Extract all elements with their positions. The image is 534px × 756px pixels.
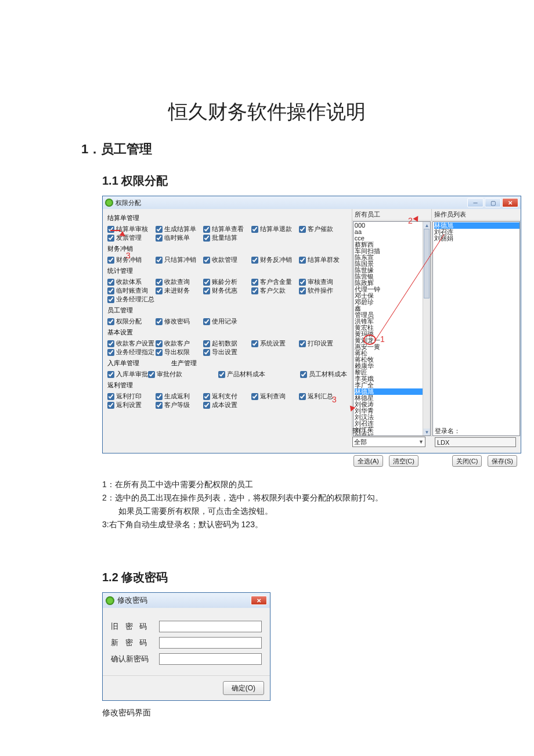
window2-titlebar[interactable]: 修改密码 ✕ <box>103 593 270 608</box>
perm-checkbox[interactable]: 账龄分析 <box>203 278 251 286</box>
checkbox[interactable] <box>203 349 210 356</box>
checkbox[interactable] <box>107 318 114 325</box>
perm-checkbox[interactable]: 收款客户设置 <box>107 339 156 348</box>
perm-checkbox[interactable]: 结算单退款 <box>251 225 300 233</box>
perm-checkbox[interactable]: 导出权限 <box>156 348 204 357</box>
perm-checkbox[interactable]: 结算单群发 <box>299 255 347 264</box>
minimize-button[interactable]: ─ <box>467 198 484 207</box>
checkbox[interactable] <box>203 257 210 264</box>
checkbox[interactable] <box>251 340 258 347</box>
checkbox[interactable] <box>300 371 307 378</box>
checkbox[interactable] <box>148 371 155 378</box>
list-item[interactable]: 000 <box>355 222 431 229</box>
checkbox[interactable] <box>107 296 114 303</box>
perm-checkbox[interactable]: 发票管理 <box>107 233 156 242</box>
perm-checkbox[interactable]: 批量结算 <box>203 233 251 242</box>
checkbox[interactable] <box>107 371 114 378</box>
confirm-password-input[interactable] <box>159 653 262 665</box>
checkbox[interactable] <box>107 402 114 409</box>
checkbox[interactable] <box>203 287 210 294</box>
scrollbar[interactable]: ▲ ▼ <box>423 222 430 435</box>
checkbox[interactable] <box>299 279 306 286</box>
new-password-input[interactable] <box>159 637 262 649</box>
checkbox[interactable] <box>156 349 163 356</box>
perm-checkbox[interactable]: 返利设置 <box>107 401 156 409</box>
checkbox[interactable] <box>218 371 225 378</box>
perm-checkbox[interactable]: 客户催款 <box>299 225 347 233</box>
save-button[interactable]: 保存(S) <box>488 455 517 467</box>
checkbox[interactable] <box>156 402 163 409</box>
select-all-button[interactable]: 全选(A) <box>353 455 383 467</box>
employees-listbox[interactable]: 000aacce蔡辉西车间扫描陈东宣陈国景陈世缘陈营银陈政辉代理一钟邓士保邓碧珍… <box>353 221 431 436</box>
clear-button[interactable]: 清空(C) <box>389 455 418 467</box>
perm-checkbox[interactable]: 返利支付 <box>203 392 251 401</box>
ok-button[interactable]: 确定(O) <box>223 681 264 695</box>
perm-checkbox[interactable]: 结算单查看 <box>203 225 251 233</box>
perm-checkbox[interactable]: 审批付款 <box>148 370 183 379</box>
checkbox[interactable] <box>156 257 163 264</box>
perm-checkbox[interactable]: 客户含金量 <box>251 278 300 286</box>
scroll-down-icon[interactable]: ▼ <box>423 429 430 435</box>
checkbox[interactable] <box>203 402 210 409</box>
checkbox[interactable] <box>156 235 163 242</box>
perm-checkbox[interactable]: 软件操作 <box>299 286 347 295</box>
checkbox[interactable] <box>156 226 163 233</box>
operators-listbox[interactable]: 林德旭刘召连刘丽娟 <box>432 221 520 436</box>
checkbox[interactable] <box>203 279 210 286</box>
perm-checkbox[interactable]: 临时账查询 <box>107 286 156 295</box>
checkbox[interactable] <box>107 257 114 264</box>
perm-checkbox[interactable]: 只结算冲销 <box>156 255 204 264</box>
perm-checkbox[interactable]: 审核查询 <box>299 278 347 286</box>
perm-checkbox[interactable]: 返利打印 <box>107 392 156 401</box>
checkbox[interactable] <box>156 318 163 325</box>
checkbox[interactable] <box>203 235 210 242</box>
perm-checkbox[interactable]: 生成返利 <box>156 392 204 401</box>
dept-combo[interactable]: 全部 ▼ <box>352 437 425 447</box>
perm-checkbox[interactable]: 系统设置 <box>251 339 300 348</box>
perm-checkbox[interactable]: 财务冲销 <box>107 255 156 264</box>
perm-checkbox[interactable]: 生成结算单 <box>156 225 204 233</box>
checkbox[interactable] <box>107 235 114 242</box>
perm-checkbox[interactable]: 产品材料成本 <box>218 370 265 379</box>
perm-checkbox[interactable]: 收款管理 <box>203 255 251 264</box>
perm-checkbox[interactable]: 未进财务 <box>156 286 204 295</box>
perm-checkbox[interactable]: 修改密码 <box>156 317 204 326</box>
checkbox[interactable] <box>156 287 163 294</box>
perm-checkbox[interactable]: 结算单审核 <box>107 225 156 233</box>
checkbox[interactable] <box>107 393 114 400</box>
checkbox[interactable] <box>251 287 258 294</box>
perm-checkbox[interactable]: 客户等级 <box>156 401 204 409</box>
checkbox[interactable] <box>299 287 306 294</box>
perm-checkbox[interactable]: 客户欠款 <box>251 286 300 295</box>
close-button[interactable]: ✕ <box>251 596 267 605</box>
perm-checkbox[interactable]: 收款体系 <box>107 278 156 286</box>
checkbox[interactable] <box>107 226 114 233</box>
checkbox[interactable] <box>203 393 210 400</box>
checkbox[interactable] <box>299 393 306 400</box>
checkbox[interactable] <box>203 318 210 325</box>
checkbox[interactable] <box>299 257 306 264</box>
close-btn[interactable]: 关闭(C) <box>452 455 482 467</box>
checkbox[interactable] <box>156 393 163 400</box>
checkbox[interactable] <box>251 279 258 286</box>
maximize-button[interactable]: ▢ <box>485 198 501 207</box>
perm-checkbox[interactable]: 收款查询 <box>156 278 204 286</box>
perm-checkbox[interactable]: 临时账单 <box>156 233 204 242</box>
perm-checkbox[interactable]: 业务经理指定 <box>107 348 156 357</box>
checkbox[interactable] <box>156 279 163 286</box>
perm-checkbox[interactable]: 财务优惠 <box>203 286 251 295</box>
perm-checkbox[interactable]: 起初数据 <box>203 339 251 348</box>
checkbox[interactable] <box>299 226 306 233</box>
checkbox[interactable] <box>203 340 210 347</box>
close-button[interactable]: ✕ <box>502 198 518 207</box>
checkbox[interactable] <box>251 257 258 264</box>
perm-checkbox[interactable]: 返利查询 <box>251 392 300 401</box>
checkbox[interactable] <box>107 340 114 347</box>
perm-checkbox[interactable]: 使用记录 <box>203 317 251 326</box>
perm-checkbox[interactable]: 权限分配 <box>107 317 156 326</box>
checkbox[interactable] <box>156 340 163 347</box>
perm-checkbox[interactable]: 入库单审批 <box>107 370 148 379</box>
checkbox[interactable] <box>107 349 114 356</box>
perm-checkbox[interactable]: 员工材料成本 <box>300 370 347 379</box>
window-titlebar[interactable]: 权限分配 ─ ▢ ✕ <box>103 196 521 209</box>
